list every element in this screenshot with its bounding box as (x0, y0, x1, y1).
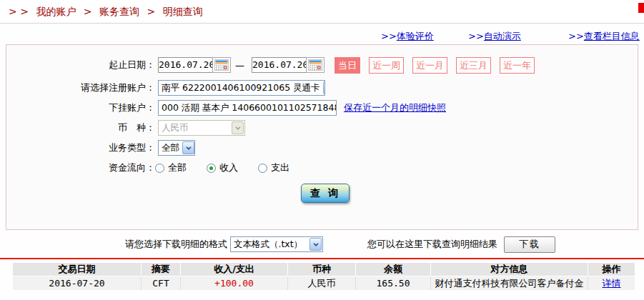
tab-label: 明细查询 (17, 30, 60, 43)
chevron-down-icon (182, 141, 194, 154)
link-label: 自动演示 (484, 31, 521, 41)
register-account-label: 请选择注册账户： (6, 81, 155, 94)
column-header-balance: 余额 (356, 263, 431, 276)
business-type-row: 业务类型： 全部 (6, 139, 638, 156)
download-format-label: 请您选择下载明细的格式 (125, 238, 227, 251)
link-experience-review[interactable]: >>体验评价 (381, 30, 434, 43)
download-hint: 您可以在这里下载查询明细结果 (367, 238, 497, 251)
currency-select: 人民币 (158, 120, 245, 136)
table-header-row: 交易日期 摘要 收入/支出 币种 余额 对方信息 操作 (13, 263, 635, 276)
radio-label: 全部 (168, 161, 187, 174)
cell-counterparty: 财付通支付科技有限公司客户备付金 (431, 276, 588, 290)
quick-range-month-button[interactable]: 近一月 (412, 57, 447, 74)
date-range-row: 起止日期： 2016.07.20 — 2016.07.20 当日 近一周 近一月… (6, 56, 638, 74)
link-prefix: >> (568, 31, 584, 41)
sub-account-label: 下挂账户： (6, 101, 155, 114)
select-value: 000 活期 基本户 1406600101102571848 (162, 102, 337, 114)
breadcrumb-item-detail-query[interactable]: 明细查询 (163, 6, 203, 17)
register-account-row: 请选择注册账户： 南平 6222001406100921065 灵通卡 (6, 79, 638, 96)
select-value: 文本格式（.txt） (234, 239, 307, 251)
link-label: 体验评价 (397, 31, 434, 41)
table-row: 2016-07-20 CFT +100.00 人民币 165.50 财付通支付科… (13, 276, 635, 290)
tab-detail-query[interactable]: 明细查询 (6, 28, 100, 44)
radio-label: 收入 (219, 161, 238, 174)
register-account-select[interactable]: 南平 6222001406100921065 灵通卡 (158, 80, 325, 96)
radio-icon (155, 164, 164, 173)
link-prefix: >> (468, 31, 484, 41)
sub-account-row: 下挂账户： 000 活期 基本户 1406600101102571848 保存近… (6, 99, 638, 116)
date-range-label: 起止日期： (6, 59, 155, 71)
breadcrumb-item-my-account[interactable]: 我的账户 (36, 6, 76, 17)
breadcrumb: > > 我的账户 > 账务查询 > 明细查询 (0, 0, 644, 24)
query-form-panel: 起止日期： 2016.07.20 — 2016.07.20 当日 近一周 近一月… (6, 44, 638, 230)
download-format-select[interactable]: 文本格式（.txt） (230, 236, 323, 252)
download-button[interactable]: 下载 (504, 236, 555, 253)
detail-link[interactable]: 详情 (603, 278, 621, 289)
radio-icon (258, 164, 267, 173)
column-header-counterparty: 对方信息 (431, 263, 588, 276)
business-type-select[interactable]: 全部 (158, 140, 195, 156)
start-date-group: 2016.07.20 (158, 57, 231, 73)
chevron-down-icon (232, 121, 244, 134)
start-date-calendar-button[interactable] (212, 57, 231, 73)
quick-range-quarter-button[interactable]: 近三月 (456, 57, 491, 74)
quick-range-today-button[interactable]: 当日 (335, 57, 360, 74)
end-date-input[interactable]: 2016.07.20 (252, 57, 306, 73)
breadcrumb-separator: > (84, 6, 92, 17)
cell-amount: +100.00 (181, 276, 288, 290)
radio-checked-icon (207, 164, 216, 173)
link-label: 查看栏目信息 (584, 31, 640, 41)
column-header-summary: 摘要 (142, 263, 181, 276)
column-header-currency: 币种 (288, 263, 356, 276)
breadcrumb-item-account-query[interactable]: 账务查询 (99, 6, 139, 17)
fund-flow-radio-income[interactable]: 收入 (207, 161, 238, 174)
currency-label: 币 种： (6, 121, 155, 134)
currency-row: 币 种： 人民币 (6, 119, 638, 136)
select-value: 全部 (162, 142, 179, 154)
red-divider (0, 258, 644, 259)
link-prefix: >> (381, 31, 397, 41)
cell-summary: CFT (142, 276, 181, 290)
radio-label: 支出 (271, 161, 289, 174)
link-auto-demo[interactable]: >>自动演示 (468, 30, 521, 43)
breadcrumb-separator: > (147, 6, 155, 17)
start-date-input[interactable]: 2016.07.20 (158, 57, 212, 73)
query-button[interactable]: 查 询 (301, 184, 350, 203)
calendar-icon (214, 59, 229, 71)
link-view-column-info[interactable]: >>查看栏目信息 (568, 30, 640, 43)
quick-range-week-button[interactable]: 近一周 (369, 57, 404, 74)
save-snapshot-link[interactable]: 保存近一个月的明细快照 (344, 101, 446, 114)
cell-balance: 165.50 (356, 276, 431, 290)
sub-account-select[interactable]: 000 活期 基本户 1406600101102571848 (158, 100, 337, 116)
select-value: 南平 6222001406100921065 灵通卡 (162, 82, 320, 94)
end-date-calendar-button[interactable] (306, 57, 325, 73)
column-header-amount: 收入/支出 (181, 263, 288, 276)
calendar-icon (308, 59, 322, 71)
corner-decoration (638, 3, 644, 13)
quick-range-year-button[interactable]: 近一年 (500, 57, 535, 74)
cell-transaction-date: 2016-07-20 (13, 276, 142, 290)
select-value: 人民币 (162, 122, 229, 134)
breadcrumb-prefix: > > (9, 6, 29, 17)
column-header-action: 操作 (588, 263, 635, 276)
fund-flow-radio-expense[interactable]: 支出 (258, 161, 289, 174)
results-table: 交易日期 摘要 收入/支出 币种 余额 对方信息 操作 2016-07-20 C… (13, 263, 635, 290)
chevron-down-icon (323, 81, 325, 94)
fund-flow-radio-all[interactable]: 全部 (155, 161, 187, 174)
end-date-group: 2016.07.20 (252, 57, 325, 73)
fund-flow-label: 资金流向： (6, 161, 155, 174)
fund-flow-row: 资金流向： 全部 收入 支出 (6, 159, 638, 176)
date-separator: — (235, 60, 244, 71)
business-type-label: 业务类型： (6, 141, 155, 154)
chevron-down-icon (309, 238, 322, 251)
cell-currency: 人民币 (288, 276, 356, 290)
column-header-date: 交易日期 (13, 263, 142, 276)
download-row: 请您选择下载明细的格式 文本格式（.txt） 您可以在这里下载查询明细结果 下载 (0, 236, 644, 253)
